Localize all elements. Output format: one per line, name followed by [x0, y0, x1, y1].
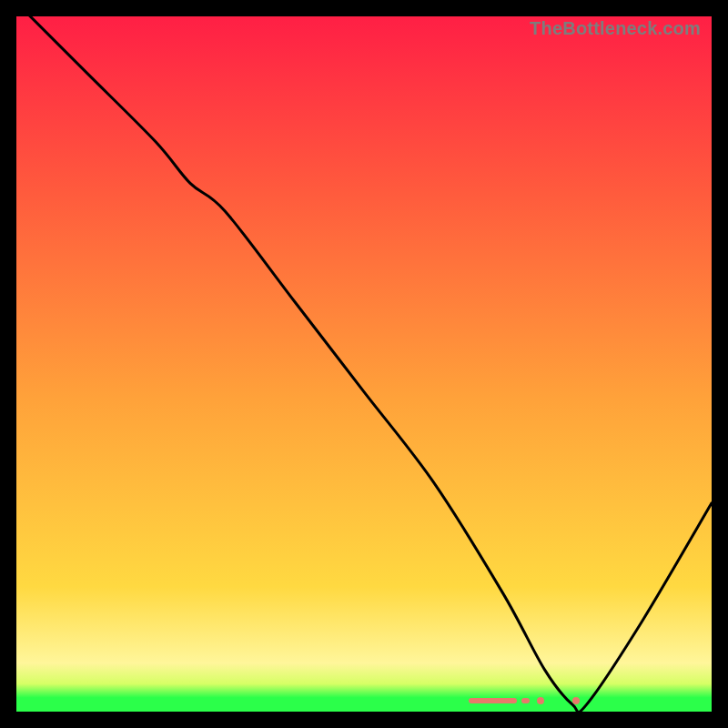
bottleneck-curve — [16, 16, 712, 712]
watermark-label: TheBottleneck.com — [530, 18, 701, 39]
marker-dash — [521, 698, 530, 703]
plot-area: TheBottleneck.com — [16, 16, 712, 712]
marker-dot — [572, 697, 580, 704]
marker-dot — [537, 697, 544, 704]
marker-dash — [469, 698, 517, 703]
chart-frame: TheBottleneck.com — [0, 0, 728, 728]
